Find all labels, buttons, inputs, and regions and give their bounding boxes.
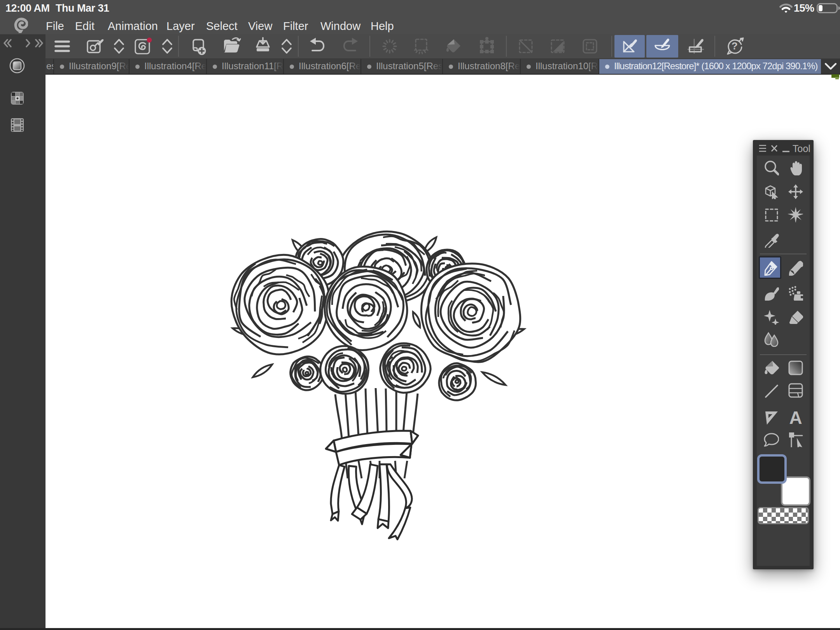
svg-text:A: A xyxy=(789,408,802,425)
svg-text:Tool: Tool xyxy=(793,144,810,154)
svg-text:?: ? xyxy=(732,40,738,52)
